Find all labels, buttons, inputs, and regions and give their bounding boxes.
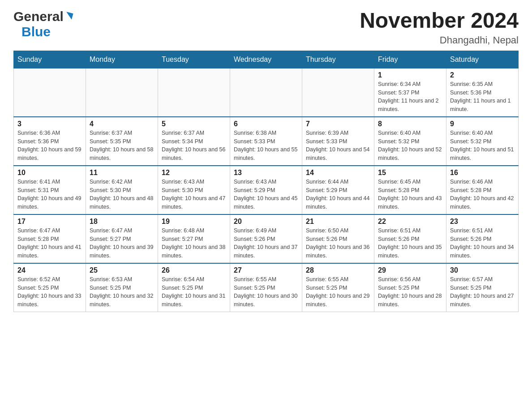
svg-marker-0 — [64, 12, 73, 20]
day-info: Sunrise: 6:35 AMSunset: 5:36 PMDaylight:… — [450, 80, 515, 114]
weekday-header-saturday: Saturday — [446, 51, 519, 68]
calendar-cell: 22Sunrise: 6:51 AMSunset: 5:26 PMDayligh… — [374, 214, 446, 263]
day-info: Sunrise: 6:47 AMSunset: 5:28 PMDaylight:… — [17, 227, 82, 260]
title-section: November 2024 Dhangadhi, Nepal — [360, 9, 519, 46]
weekday-header-wednesday: Wednesday — [230, 51, 302, 68]
calendar-cell: 11Sunrise: 6:42 AMSunset: 5:30 PMDayligh… — [86, 166, 158, 214]
day-info: Sunrise: 6:50 AMSunset: 5:26 PMDaylight:… — [306, 227, 370, 260]
calendar-week-row: 3Sunrise: 6:36 AMSunset: 5:36 PMDaylight… — [14, 117, 519, 166]
day-number: 19 — [162, 218, 226, 226]
day-number: 18 — [90, 218, 154, 226]
calendar-cell — [302, 68, 374, 117]
weekday-header-tuesday: Tuesday — [158, 51, 230, 68]
calendar-cell: 30Sunrise: 6:57 AMSunset: 5:25 PMDayligh… — [446, 263, 519, 312]
day-number: 9 — [450, 120, 515, 128]
day-info: Sunrise: 6:49 AMSunset: 5:26 PMDaylight:… — [234, 227, 298, 260]
weekday-header-monday: Monday — [86, 51, 158, 68]
calendar-cell: 24Sunrise: 6:52 AMSunset: 5:25 PMDayligh… — [14, 263, 86, 312]
day-number: 12 — [162, 169, 226, 177]
location-subtitle: Dhangadhi, Nepal — [360, 34, 519, 46]
day-info: Sunrise: 6:51 AMSunset: 5:26 PMDaylight:… — [450, 227, 515, 260]
calendar-cell: 28Sunrise: 6:55 AMSunset: 5:25 PMDayligh… — [302, 263, 374, 312]
day-info: Sunrise: 6:38 AMSunset: 5:33 PMDaylight:… — [234, 129, 298, 163]
calendar-cell: 7Sunrise: 6:39 AMSunset: 5:33 PMDaylight… — [302, 117, 374, 166]
calendar-cell: 13Sunrise: 6:43 AMSunset: 5:29 PMDayligh… — [230, 166, 302, 214]
logo-general-text: General — [13, 9, 64, 24]
calendar-cell: 8Sunrise: 6:40 AMSunset: 5:32 PMDaylight… — [374, 117, 446, 166]
day-info: Sunrise: 6:55 AMSunset: 5:25 PMDaylight:… — [306, 275, 370, 309]
calendar-cell — [230, 68, 302, 117]
day-number: 1 — [378, 71, 442, 79]
calendar-cell: 26Sunrise: 6:54 AMSunset: 5:25 PMDayligh… — [158, 263, 230, 312]
day-number: 4 — [90, 120, 154, 128]
day-info: Sunrise: 6:40 AMSunset: 5:32 PMDaylight:… — [450, 129, 515, 163]
day-info: Sunrise: 6:36 AMSunset: 5:36 PMDaylight:… — [17, 129, 82, 163]
day-number: 13 — [234, 169, 298, 177]
day-number: 27 — [234, 266, 298, 274]
day-info: Sunrise: 6:52 AMSunset: 5:25 PMDaylight:… — [17, 275, 82, 309]
calendar-cell: 29Sunrise: 6:56 AMSunset: 5:25 PMDayligh… — [374, 263, 446, 312]
day-number: 20 — [234, 218, 298, 226]
day-info: Sunrise: 6:54 AMSunset: 5:25 PMDaylight:… — [162, 275, 226, 309]
day-info: Sunrise: 6:43 AMSunset: 5:30 PMDaylight:… — [162, 178, 226, 211]
day-info: Sunrise: 6:51 AMSunset: 5:26 PMDaylight:… — [378, 227, 442, 260]
day-number: 30 — [450, 266, 515, 274]
calendar-cell — [14, 68, 86, 117]
day-info: Sunrise: 6:43 AMSunset: 5:29 PMDaylight:… — [234, 178, 298, 211]
calendar-cell: 9Sunrise: 6:40 AMSunset: 5:32 PMDaylight… — [446, 117, 519, 166]
day-info: Sunrise: 6:48 AMSunset: 5:27 PMDaylight:… — [162, 227, 226, 260]
day-number: 22 — [378, 218, 442, 226]
weekday-header-sunday: Sunday — [14, 51, 86, 68]
day-info: Sunrise: 6:55 AMSunset: 5:25 PMDaylight:… — [234, 275, 298, 309]
day-number: 6 — [234, 120, 298, 128]
day-number: 8 — [378, 120, 442, 128]
calendar-table: SundayMondayTuesdayWednesdayThursdayFrid… — [13, 51, 519, 312]
logo-blue-text: Blue — [21, 24, 51, 39]
calendar-week-row: 24Sunrise: 6:52 AMSunset: 5:25 PMDayligh… — [14, 263, 519, 312]
calendar-cell: 1Sunrise: 6:34 AMSunset: 5:37 PMDaylight… — [374, 68, 446, 117]
month-year-title: November 2024 — [360, 9, 519, 33]
day-number: 3 — [17, 120, 82, 128]
logo: General Blue — [13, 9, 73, 39]
calendar-cell: 14Sunrise: 6:44 AMSunset: 5:29 PMDayligh… — [302, 166, 374, 214]
day-info: Sunrise: 6:47 AMSunset: 5:27 PMDaylight:… — [90, 227, 154, 260]
calendar-cell: 6Sunrise: 6:38 AMSunset: 5:33 PMDaylight… — [230, 117, 302, 166]
day-number: 10 — [17, 169, 82, 177]
calendar-cell: 19Sunrise: 6:48 AMSunset: 5:27 PMDayligh… — [158, 214, 230, 263]
calendar-cell: 17Sunrise: 6:47 AMSunset: 5:28 PMDayligh… — [14, 214, 86, 263]
day-number: 11 — [90, 169, 154, 177]
calendar-cell: 2Sunrise: 6:35 AMSunset: 5:36 PMDaylight… — [446, 68, 519, 117]
day-info: Sunrise: 6:56 AMSunset: 5:25 PMDaylight:… — [378, 275, 442, 309]
page-header: General Blue November 2024 Dhangadhi, Ne… — [13, 9, 519, 46]
day-number: 21 — [306, 218, 370, 226]
day-number: 29 — [378, 266, 442, 274]
calendar-cell: 15Sunrise: 6:45 AMSunset: 5:28 PMDayligh… — [374, 166, 446, 214]
calendar-cell: 20Sunrise: 6:49 AMSunset: 5:26 PMDayligh… — [230, 214, 302, 263]
calendar-cell: 18Sunrise: 6:47 AMSunset: 5:27 PMDayligh… — [86, 214, 158, 263]
day-number: 5 — [162, 120, 226, 128]
day-number: 16 — [450, 169, 515, 177]
calendar-cell: 4Sunrise: 6:37 AMSunset: 5:35 PMDaylight… — [86, 117, 158, 166]
calendar-cell: 25Sunrise: 6:53 AMSunset: 5:25 PMDayligh… — [86, 263, 158, 312]
calendar-cell: 5Sunrise: 6:37 AMSunset: 5:34 PMDaylight… — [158, 117, 230, 166]
day-number: 23 — [450, 218, 515, 226]
day-number: 7 — [306, 120, 370, 128]
calendar-cell — [86, 68, 158, 117]
calendar-cell: 16Sunrise: 6:46 AMSunset: 5:28 PMDayligh… — [446, 166, 519, 214]
day-number: 25 — [90, 266, 154, 274]
day-info: Sunrise: 6:45 AMSunset: 5:28 PMDaylight:… — [378, 178, 442, 211]
calendar-header-row: SundayMondayTuesdayWednesdayThursdayFrid… — [14, 51, 519, 68]
day-info: Sunrise: 6:34 AMSunset: 5:37 PMDaylight:… — [378, 80, 442, 114]
day-info: Sunrise: 6:39 AMSunset: 5:33 PMDaylight:… — [306, 129, 370, 163]
weekday-header-friday: Friday — [374, 51, 446, 68]
calendar-cell: 12Sunrise: 6:43 AMSunset: 5:30 PMDayligh… — [158, 166, 230, 214]
calendar-cell: 21Sunrise: 6:50 AMSunset: 5:26 PMDayligh… — [302, 214, 374, 263]
day-info: Sunrise: 6:41 AMSunset: 5:31 PMDaylight:… — [17, 178, 82, 211]
calendar-cell — [158, 68, 230, 117]
day-number: 17 — [17, 218, 82, 226]
day-number: 26 — [162, 266, 226, 274]
calendar-week-row: 1Sunrise: 6:34 AMSunset: 5:37 PMDaylight… — [14, 68, 519, 117]
day-info: Sunrise: 6:40 AMSunset: 5:32 PMDaylight:… — [378, 129, 442, 163]
calendar-week-row: 10Sunrise: 6:41 AMSunset: 5:31 PMDayligh… — [14, 166, 519, 214]
day-info: Sunrise: 6:37 AMSunset: 5:34 PMDaylight:… — [162, 129, 226, 163]
